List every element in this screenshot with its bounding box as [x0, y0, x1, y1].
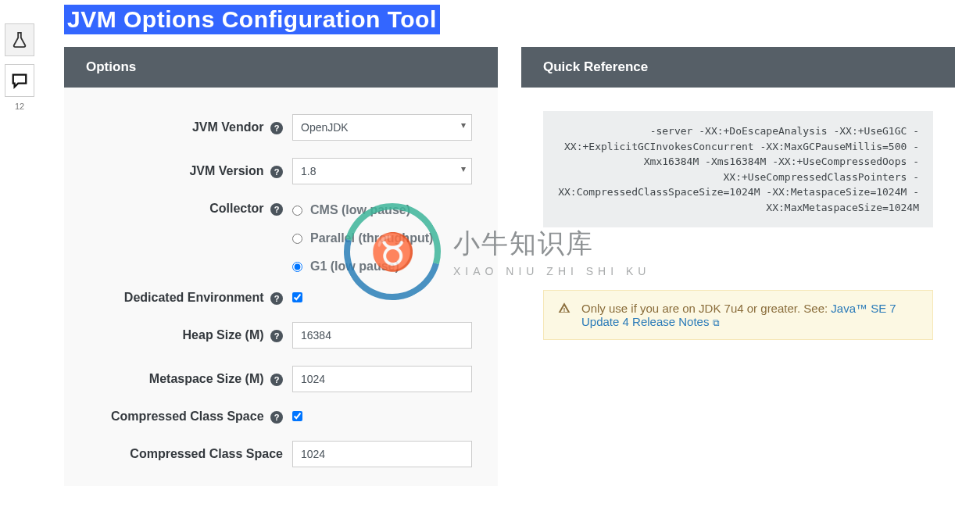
version-label: JVM Version ?	[89, 164, 292, 178]
help-icon[interactable]: ?	[270, 166, 283, 178]
collector-parallel-radio[interactable]: Parallel (throughput)	[292, 231, 433, 245]
flask-button[interactable]	[5, 23, 34, 56]
vendor-label: JVM Vendor ?	[89, 120, 292, 134]
ccs-enable-label: Compressed Class Space ?	[89, 409, 292, 424]
help-icon[interactable]: ?	[270, 330, 283, 342]
help-icon[interactable]: ?	[270, 122, 283, 134]
dedicated-label: Dedicated Environment ?	[89, 291, 292, 305]
help-icon[interactable]: ?	[270, 292, 283, 305]
warning-icon	[558, 302, 570, 328]
heap-input[interactable]	[292, 322, 472, 349]
dedicated-checkbox[interactable]	[292, 292, 302, 302]
help-icon[interactable]: ?	[270, 203, 283, 216]
external-link-icon: ⧉	[713, 317, 720, 328]
metaspace-input[interactable]	[292, 366, 472, 392]
alert-text: Only use if you are on JDK 7u4 or greate…	[581, 302, 918, 328]
reference-output: -server -XX:+DoEscapeAnalysis -XX:+UseG1…	[543, 111, 933, 227]
alert-box: Only use if you are on JDK 7u4 or greate…	[543, 290, 933, 340]
collector-label: Collector ?	[89, 202, 292, 216]
heap-label: Heap Size (M) ?	[89, 328, 292, 342]
options-panel: Options JVM Vendor ? OpenJDK JVM	[64, 47, 498, 486]
comment-button[interactable]	[5, 64, 34, 97]
comment-count: 12	[5, 102, 34, 111]
ccs-size-label: Compressed Class Space	[89, 447, 292, 461]
help-icon[interactable]: ?	[270, 374, 283, 386]
comment-icon	[11, 70, 28, 91]
content: JVM Options Configuration Tool Options J…	[64, 5, 955, 486]
ccs-enable-checkbox[interactable]	[292, 411, 302, 421]
left-sidebar: 12	[5, 23, 34, 111]
page-title: JVM Options Configuration Tool	[64, 5, 440, 34]
collector-g1-radio[interactable]: G1 (low pause)	[292, 259, 433, 274]
metaspace-label: Metaspace Size (M) ?	[89, 372, 292, 386]
help-icon[interactable]: ?	[270, 411, 283, 424]
reference-panel-header: Quick Reference	[521, 47, 955, 88]
collector-cms-radio[interactable]: CMS (low pause)	[292, 203, 433, 217]
reference-panel: Quick Reference -server -XX:+DoEscapeAna…	[521, 47, 955, 486]
version-select[interactable]: 1.8	[292, 158, 472, 184]
ccs-size-input[interactable]	[292, 441, 472, 467]
vendor-select[interactable]: OpenJDK	[292, 114, 472, 141]
options-panel-header: Options	[64, 47, 498, 88]
flask-icon	[11, 30, 28, 50]
